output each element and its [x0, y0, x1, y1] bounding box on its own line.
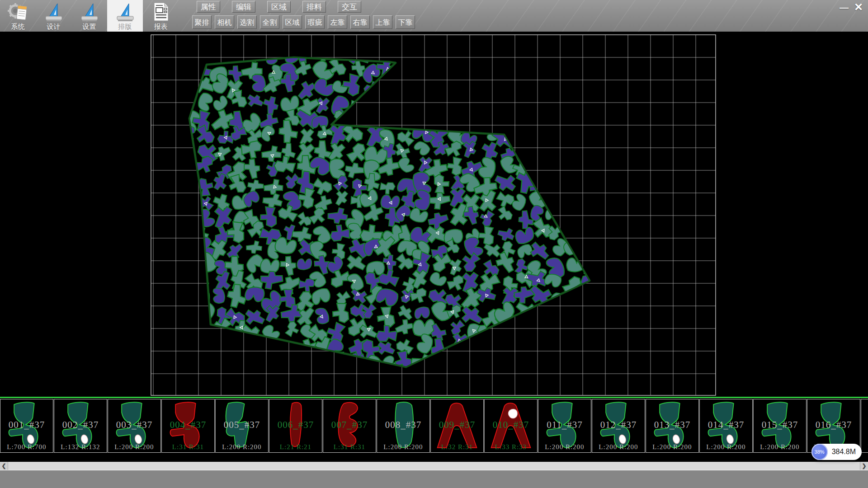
tool-button[interactable]: 上靠 — [373, 15, 392, 29]
nesting-canvas[interactable] — [0, 32, 868, 397]
piece-thumbnail[interactable]: 011_#37L:200 R:200 — [538, 399, 591, 453]
piece-thumbnail[interactable]: 006_#37L:21 R:21 — [269, 399, 322, 453]
close-button[interactable]: ✕ — [852, 1, 865, 14]
menu-button[interactable]: 属性 — [197, 1, 220, 13]
nav-item-label: 排版 — [118, 23, 132, 31]
piece-lr-count: L:200 R:200 — [108, 443, 160, 451]
status-bar — [0, 470, 868, 488]
piece-thumbnail[interactable]: 012_#37L:200 R:200 — [592, 399, 645, 453]
piece-thumbnail[interactable]: 003_#37L:200 R:200 — [108, 399, 161, 453]
tool-button[interactable]: 左靠 — [328, 15, 347, 29]
piece-name: 012_#37 — [592, 419, 645, 431]
menu-button[interactable]: 交互 — [338, 1, 361, 13]
tool-button[interactable]: 右靠 — [350, 15, 370, 29]
piece-thumbnail[interactable]: 014_#37L:200 R:200 — [699, 399, 753, 453]
nav-item-label: 设计 — [47, 23, 61, 31]
piece-lr-count: L:31 R:31 — [162, 443, 214, 451]
minimize-button[interactable]: — — [837, 1, 851, 14]
piece-name: 010_#37 — [485, 419, 537, 431]
tool-button[interactable]: 聚排 — [192, 15, 212, 29]
ruler-icon — [115, 1, 136, 22]
piece-name: 016_#37 — [807, 419, 860, 431]
piece-lr-count: L:31 R:31 — [323, 443, 376, 451]
tool-bar: 聚排相机选割全割区域瑕疵左靠右靠上靠下靠 — [192, 15, 418, 29]
piece-thumbnail[interactable]: 009_#37L:32 R:31 — [430, 399, 484, 453]
window-controls: — ✕ — [836, 1, 865, 14]
menu-button[interactable]: 排料 — [302, 1, 326, 13]
nav-item-5[interactable]: 报表 — [143, 0, 179, 32]
piece-lr-count: L:200 R:200 — [861, 443, 868, 451]
strip-top-border — [0, 397, 868, 398]
piece-name: 008_#37 — [377, 419, 429, 431]
piece-thumbnail[interactable]: 004_#37L:31 R:31 — [161, 399, 215, 453]
piece-lr-count: L:200 R:200 — [216, 443, 268, 451]
tool-button[interactable]: 区域 — [283, 15, 302, 29]
memory-size-label: 384.8M — [832, 448, 856, 456]
piece-name: 002_#37 — [54, 419, 107, 431]
piece-thumbnail-list: 001_#37L:700 R:700002_#37L:132 R:132003_… — [0, 399, 868, 453]
toolbar: 系统设计设置排版报表 属性编辑区域排料交互 聚排相机选割全割区域瑕疵左靠右靠上靠… — [0, 0, 868, 32]
nav-item-label: 设置 — [83, 23, 96, 31]
tool-button[interactable]: 全割 — [260, 15, 279, 29]
nav-item-2[interactable]: 设计 — [36, 0, 71, 32]
piece-lr-count: L:132 R:132 — [54, 443, 107, 451]
piece-thumbnail[interactable]: 005_#37L:200 R:200 — [215, 399, 269, 453]
menus: 属性编辑区域排料交互 聚排相机选割全割区域瑕疵左靠右靠上靠下靠 — [192, 0, 418, 29]
scrollbar-thumb[interactable] — [8, 462, 860, 470]
main-nav: 系统设计设置排版报表 — [0, 0, 179, 32]
nav-item-3[interactable]: 设置 — [71, 0, 107, 32]
piece-name: 015_#37 — [754, 419, 806, 431]
tool-button[interactable]: 下靠 — [396, 15, 415, 29]
application-window: 系统设计设置排版报表 属性编辑区域排料交互 聚排相机选割全割区域瑕疵左靠右靠上靠… — [0, 0, 868, 488]
piece-thumbnail[interactable]: 007_#37L:31 R:31 — [323, 399, 376, 453]
piece-name: 001_#37 — [0, 419, 53, 431]
piece-name: 011_#37 — [538, 419, 591, 431]
piece-name: 007_#37 — [323, 419, 376, 431]
nav-item-4[interactable]: 排版 — [107, 0, 143, 32]
piece-lr-count: L:33 R:33 — [485, 443, 537, 451]
menu-button[interactable]: 编辑 — [232, 1, 255, 13]
report-icon — [151, 1, 171, 22]
tool-button[interactable]: 选割 — [237, 15, 257, 29]
memory-percent-badge: 38% — [811, 444, 828, 460]
piece-thumbnail[interactable]: 017_#37L:200 R:200 — [861, 399, 868, 453]
piece-thumbnail[interactable]: 001_#37L:700 R:700 — [0, 399, 53, 453]
ruler-icon — [79, 1, 100, 22]
piece-name: 005_#37 — [216, 419, 268, 431]
piece-thumbnail[interactable]: 002_#37L:132 R:132 — [54, 399, 107, 453]
piece-lr-count: L:32 R:31 — [431, 443, 483, 451]
piece-name: 009_#37 — [431, 419, 483, 431]
pieces-strip: 001_#37L:700 R:700002_#37L:132 R:132003_… — [0, 397, 868, 453]
piece-name: 013_#37 — [646, 419, 698, 431]
piece-name: 006_#37 — [269, 419, 322, 431]
memory-badge: 38% 384.8M — [811, 444, 862, 460]
piece-thumbnail[interactable]: 010_#37L:33 R:33 — [484, 399, 538, 453]
piece-lr-count: L:200 R:200 — [592, 443, 645, 451]
piece-name: 017_#37 — [861, 419, 868, 431]
nesting-drawing — [0, 32, 868, 397]
scroll-right-button[interactable]: ❯ — [860, 462, 868, 470]
nav-item-label: 报表 — [154, 23, 168, 31]
nav-item-label: 系统 — [11, 23, 25, 31]
piece-thumbnail[interactable]: 013_#37L:200 R:200 — [646, 399, 699, 453]
ruler-icon — [43, 1, 64, 22]
scroll-left-button[interactable]: ❮ — [0, 462, 8, 470]
piece-lr-count: L:21 R:21 — [269, 443, 322, 451]
piece-lr-count: L:700 R:700 — [0, 443, 53, 451]
tool-button[interactable]: 瑕疵 — [305, 15, 325, 29]
gear-icon — [8, 1, 28, 22]
horizontal-scrollbar[interactable]: ❮ ❯ — [0, 462, 868, 470]
piece-lr-count: L:200 R:200 — [538, 443, 591, 451]
tool-button[interactable]: 相机 — [215, 15, 234, 29]
piece-name: 003_#37 — [108, 419, 160, 431]
nav-item-1[interactable]: 系统 — [0, 0, 36, 32]
menu-bar: 属性编辑区域排料交互 — [197, 1, 418, 13]
piece-name: 014_#37 — [700, 419, 752, 431]
piece-thumbnail[interactable]: 008_#37L:200 R:200 — [377, 399, 430, 453]
menu-button[interactable]: 区域 — [267, 1, 291, 13]
piece-lr-count: L:200 R:200 — [754, 443, 806, 451]
piece-thumbnail[interactable]: 015_#37L:200 R:200 — [753, 399, 807, 453]
piece-lr-count: L:200 R:200 — [377, 443, 429, 451]
piece-lr-count: L:200 R:200 — [646, 443, 698, 451]
piece-lr-count: L:200 R:200 — [700, 443, 752, 451]
